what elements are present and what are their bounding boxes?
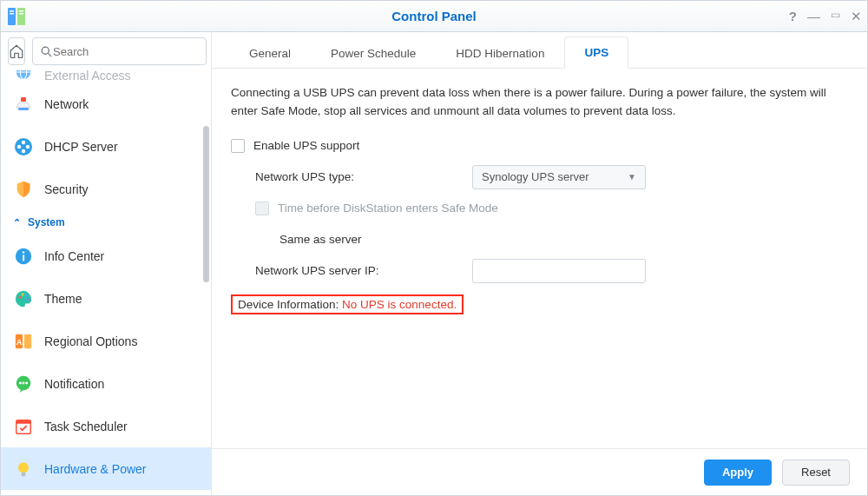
ups-type-value: Synology UPS server — [482, 170, 589, 183]
sidebar-section-system[interactable]: ⌃ System — [1, 210, 211, 235]
sidebar-item-theme[interactable]: Theme — [1, 277, 211, 320]
apply-button[interactable]: Apply — [704, 460, 772, 486]
enable-ups-label: Enable UPS support — [253, 139, 359, 152]
maximize-icon[interactable]: ▭ — [831, 9, 840, 24]
ups-content: Connecting a USB UPS can prevent data lo… — [212, 69, 867, 448]
tab-ups[interactable]: UPS — [564, 36, 628, 69]
svg-rect-5 — [19, 13, 23, 15]
tab-general[interactable]: General — [229, 37, 311, 69]
sidebar-item-network[interactable]: Network — [1, 83, 211, 125]
sidebar-item-label: Hardware & Power — [44, 462, 147, 476]
app-icon — [4, 4, 29, 29]
sidebar-item-dhcp-server[interactable]: DHCP Server — [1, 125, 211, 168]
shield-icon — [13, 179, 34, 200]
svg-point-16 — [26, 144, 30, 148]
sidebar-item-notification[interactable]: Notification — [1, 362, 211, 405]
sidebar-item-label: External Access — [44, 70, 131, 83]
svg-rect-19 — [23, 255, 24, 261]
svg-point-6 — [42, 47, 49, 54]
svg-point-30 — [23, 381, 25, 384]
chevron-up-icon: ⌃ — [13, 217, 21, 228]
svg-rect-26 — [24, 334, 31, 348]
sidebar-item-label: Security — [44, 182, 89, 196]
titlebar: Control Panel ? — ▭ ✕ — [1, 1, 867, 32]
sidebar-item-label: Info Center — [44, 249, 104, 263]
info-icon — [13, 246, 34, 267]
footer: Apply Reset — [212, 448, 867, 495]
svg-rect-33 — [16, 420, 31, 423]
minimize-icon[interactable]: — — [807, 9, 820, 24]
sidebar-item-external-access[interactable]: External Access — [1, 70, 211, 83]
search-box[interactable] — [32, 37, 207, 65]
svg-point-24 — [27, 298, 30, 301]
ups-server-ip-label: Network UPS server IP: — [255, 264, 472, 277]
enable-ups-checkbox[interactable] — [231, 139, 245, 153]
safemode-checkbox — [255, 202, 269, 215]
svg-point-34 — [18, 462, 29, 473]
calendar-icon — [13, 416, 34, 437]
ups-type-label: Network UPS type: — [255, 170, 472, 183]
same-as-server-label: Same as server — [279, 233, 362, 246]
globe-icon — [13, 70, 34, 83]
svg-point-15 — [22, 140, 25, 143]
svg-rect-11 — [21, 97, 26, 102]
sidebar-item-label: Task Scheduler — [44, 420, 128, 433]
home-button[interactable] — [8, 37, 25, 65]
sidebar-item-label: DHCP Server — [44, 140, 118, 154]
svg-point-20 — [23, 251, 25, 254]
svg-point-14 — [17, 144, 21, 148]
search-icon — [40, 45, 53, 58]
sidebar-item-security[interactable]: Security — [1, 168, 211, 210]
reset-button[interactable]: Reset — [782, 460, 850, 486]
svg-text:A: A — [16, 337, 23, 346]
sidebar-item-task-scheduler[interactable]: Task Scheduler — [1, 405, 211, 447]
svg-point-23 — [25, 294, 28, 296]
svg-rect-4 — [19, 10, 23, 12]
device-info-status: No UPS is connected. — [342, 298, 457, 311]
svg-rect-35 — [22, 472, 26, 476]
sidebar-scrollbar[interactable] — [203, 126, 209, 282]
chevron-down-icon: ▼ — [628, 172, 636, 182]
device-info-label: Device Information: — [238, 298, 339, 311]
search-input[interactable] — [53, 45, 199, 58]
control-panel-window: Control Panel ? — ▭ ✕ — [0, 0, 868, 496]
safemode-label: Time before DiskStation enters Safe Mode — [278, 202, 498, 215]
sidebar-item-hardware-power[interactable]: Hardware & Power — [1, 447, 211, 490]
ups-server-ip-input[interactable] — [472, 259, 646, 283]
window-title: Control Panel — [1, 9, 867, 23]
device-information-box: Device Information: No UPS is connected. — [231, 294, 464, 314]
sidebar-item-label: Network — [44, 97, 89, 111]
sidebar-item-label: Regional Options — [44, 334, 137, 348]
ups-type-select[interactable]: Synology UPS server ▼ — [472, 165, 646, 189]
sidebar-item-info-center[interactable]: Info Center — [1, 235, 211, 277]
tab-hdd-hibernation[interactable]: HDD Hibernation — [436, 37, 564, 69]
regional-icon: A — [13, 331, 34, 352]
main-panel: General Power Schedule HDD Hibernation U… — [212, 32, 867, 495]
sidebar-item-label: Notification — [44, 377, 104, 391]
tab-power-schedule[interactable]: Power Schedule — [311, 37, 436, 69]
section-label: System — [28, 216, 65, 228]
svg-point-29 — [19, 381, 22, 384]
sidebar: External Access Network DHCP Server — [1, 32, 212, 495]
svg-line-7 — [48, 53, 51, 56]
svg-rect-12 — [18, 108, 29, 110]
svg-point-22 — [22, 293, 24, 295]
sidebar-item-regional-options[interactable]: A Regional Options — [1, 320, 211, 362]
svg-rect-2 — [10, 10, 14, 12]
help-icon[interactable]: ? — [789, 9, 797, 24]
sidebar-item-label: Theme — [44, 292, 82, 306]
tab-bar: General Power Schedule HDD Hibernation U… — [212, 32, 867, 69]
close-icon[interactable]: ✕ — [851, 9, 862, 24]
network-icon — [13, 94, 34, 115]
svg-point-21 — [18, 295, 21, 298]
ups-description: Connecting a USB UPS can prevent data lo… — [231, 84, 848, 121]
notification-icon — [13, 374, 34, 394]
svg-rect-3 — [10, 13, 14, 15]
bulb-icon — [13, 459, 34, 479]
svg-point-31 — [25, 381, 28, 384]
svg-point-17 — [22, 149, 25, 152]
dhcp-icon — [13, 136, 34, 157]
palette-icon — [13, 288, 34, 309]
